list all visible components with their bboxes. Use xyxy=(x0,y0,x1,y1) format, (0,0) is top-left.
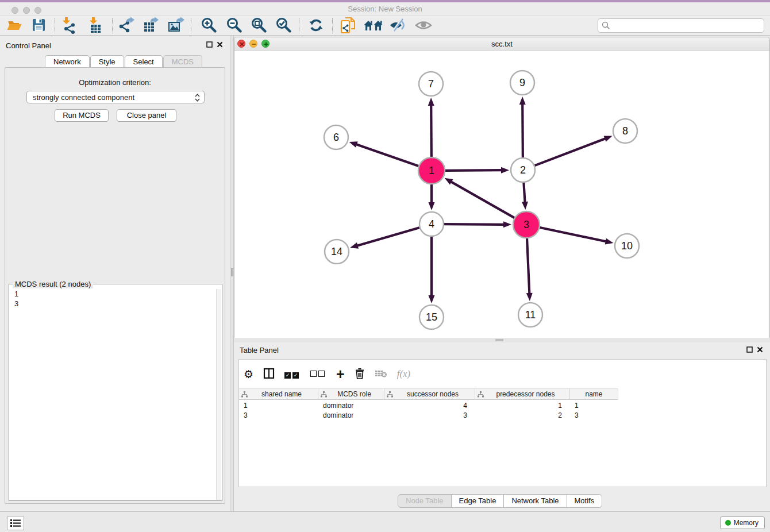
graph-node-4[interactable]: 4 xyxy=(419,212,444,236)
import-table-button[interactable] xyxy=(85,17,106,34)
close-panel-icon[interactable] xyxy=(217,41,223,49)
mcds-result-textarea[interactable]: 1 3 xyxy=(10,289,221,500)
graph-node-11[interactable]: 11 xyxy=(518,303,542,327)
table-toolbar: ⚙ ✓✓ + xyxy=(244,364,410,384)
cell-successor-nodes[interactable]: 3 xyxy=(384,410,475,420)
zoom-selected-button[interactable] xyxy=(272,17,294,34)
cell-predecessor-nodes[interactable]: 2 xyxy=(475,410,570,420)
select-all-icon[interactable]: ✓✓ xyxy=(284,370,301,379)
delete-column-icon[interactable] xyxy=(355,368,365,381)
control-panel: Control Panel Network Style Select MCDS … xyxy=(0,36,230,511)
graph-node-2[interactable]: 2 xyxy=(511,158,535,182)
graph-node-7[interactable]: 7 xyxy=(419,72,443,96)
export-image-button[interactable] xyxy=(165,17,187,34)
graph-node-15[interactable]: 15 xyxy=(419,305,444,329)
zoom-in-button[interactable] xyxy=(198,17,220,34)
cell-name[interactable]: 1 xyxy=(570,400,618,410)
tab-node-table[interactable]: Node Table xyxy=(398,494,452,508)
cell-successor-nodes[interactable]: 4 xyxy=(384,400,475,410)
tab-motifs[interactable]: Motifs xyxy=(567,494,603,508)
column-header-shared-name[interactable]: shared name xyxy=(239,388,318,400)
table-header-row: shared name MCDS role successor nodes xyxy=(239,388,618,400)
float-panel-icon[interactable] xyxy=(206,41,213,49)
cell-predecessor-nodes[interactable]: 1 xyxy=(475,400,570,410)
save-session-button[interactable] xyxy=(29,17,48,34)
graph-node-1[interactable]: 1 xyxy=(418,157,445,184)
refresh-layout-button[interactable] xyxy=(306,17,326,34)
tab-edge-table[interactable]: Edge Table xyxy=(452,494,505,508)
graph-node-9[interactable]: 9 xyxy=(510,71,534,95)
graph-node-6[interactable]: 6 xyxy=(324,125,348,149)
columns-icon[interactable] xyxy=(263,368,275,381)
table-row[interactable]: 1 dominator 4 1 1 xyxy=(239,400,618,410)
export-table-button[interactable] xyxy=(141,17,161,34)
graph-node-8[interactable]: 8 xyxy=(613,119,637,143)
first-neighbors-button[interactable] xyxy=(362,17,385,34)
close-panel-button[interactable]: Close panel xyxy=(117,109,176,122)
search-input[interactable] xyxy=(598,18,764,33)
tab-network-table[interactable]: Network Table xyxy=(504,494,567,508)
horizontal-splitter[interactable] xyxy=(234,338,770,342)
column-header-mcds-role[interactable]: MCDS role xyxy=(318,388,384,400)
graph-node-3[interactable]: 3 xyxy=(513,211,540,238)
graph-edge-4-14[interactable] xyxy=(356,228,419,246)
zoom-out-button[interactable] xyxy=(223,17,245,34)
network-canvas[interactable]: 1234678910111415 xyxy=(234,51,769,338)
graph-edge-3-10[interactable] xyxy=(540,228,607,242)
graph-edge-1-6[interactable] xyxy=(355,144,418,167)
memory-label: Memory xyxy=(734,519,759,527)
cell-shared-name[interactable]: 1 xyxy=(239,400,318,410)
graph-edge-1-7[interactable] xyxy=(431,104,432,157)
clone-network-button[interactable] xyxy=(338,17,359,34)
tab-style[interactable]: Style xyxy=(90,55,124,68)
import-network-icon xyxy=(60,17,77,36)
table-row[interactable]: 3 dominator 3 2 3 xyxy=(239,410,618,420)
criterion-dropdown[interactable]: strongly connected component xyxy=(26,91,205,103)
panels-menu-button[interactable] xyxy=(7,516,24,530)
settings-gear-icon[interactable]: ⚙ xyxy=(244,368,253,380)
graph-edge-arrowhead xyxy=(604,136,613,141)
refresh-icon xyxy=(308,17,324,35)
column-header-predecessor-nodes[interactable]: predecessor nodes xyxy=(475,388,570,400)
graph-edge-3-1[interactable] xyxy=(450,181,514,218)
export-network-button[interactable] xyxy=(116,17,137,34)
splitter-grip[interactable] xyxy=(495,339,503,341)
splitter-grip[interactable] xyxy=(231,268,233,276)
column-header-successor-nodes[interactable]: successor nodes xyxy=(384,388,475,400)
graph-edge-2-8[interactable] xyxy=(535,138,607,165)
graph-edge-2-9[interactable] xyxy=(522,103,523,157)
memory-status-icon xyxy=(725,520,731,526)
float-panel-icon[interactable] xyxy=(746,346,753,354)
graph-edge-1-2[interactable] xyxy=(445,170,503,171)
svg-text:4: 4 xyxy=(429,218,434,230)
add-column-icon[interactable]: + xyxy=(336,368,345,380)
tab-network[interactable]: Network xyxy=(45,55,90,68)
graph-edge-4-3[interactable] xyxy=(444,224,505,225)
column-header-name[interactable]: name xyxy=(570,388,618,400)
graph-node-10[interactable]: 10 xyxy=(615,234,639,258)
tab-select[interactable]: Select xyxy=(125,55,163,68)
zoom-fit-button[interactable] xyxy=(248,17,270,34)
memory-button[interactable]: Memory xyxy=(720,516,765,529)
graph-edge-3-11[interactable] xyxy=(527,238,529,295)
cell-mcds-role[interactable]: dominator xyxy=(318,410,384,420)
show-hide-graphics-button[interactable] xyxy=(387,17,409,34)
panel-splitter[interactable] xyxy=(230,36,234,511)
eye-disabled-button[interactable] xyxy=(413,17,434,34)
graph-node-14[interactable]: 14 xyxy=(325,240,349,264)
result-line: 3 xyxy=(10,299,221,309)
cell-name[interactable]: 3 xyxy=(570,410,618,420)
run-mcds-button[interactable]: Run MCDS xyxy=(55,109,109,122)
tab-mcds[interactable]: MCDS xyxy=(163,55,202,68)
cell-mcds-role[interactable]: dominator xyxy=(318,400,384,410)
import-network-button[interactable] xyxy=(59,17,78,34)
network-window-titlebar[interactable]: scc.txt xyxy=(234,37,769,51)
svg-text:14: 14 xyxy=(331,246,342,257)
deselect-all-icon[interactable] xyxy=(310,370,326,379)
graph-edge-2-3[interactable] xyxy=(523,183,525,203)
open-file-button[interactable] xyxy=(5,17,24,34)
clone-network-icon xyxy=(340,16,357,36)
close-panel-icon[interactable] xyxy=(757,346,763,354)
cell-shared-name[interactable]: 3 xyxy=(239,410,318,420)
result-scrollbar[interactable] xyxy=(216,289,221,500)
